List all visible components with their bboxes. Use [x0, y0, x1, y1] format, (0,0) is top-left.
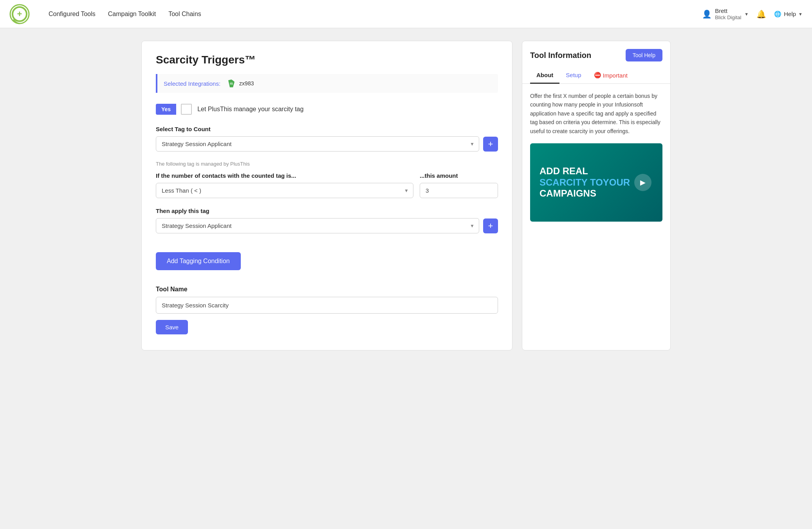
- nav-configured-tools[interactable]: Configured Tools: [49, 11, 96, 18]
- apply-tag-wrapper: Strategy Session Applicant ▼: [156, 218, 479, 233]
- integration-icon-item: IS zx983: [227, 79, 254, 88]
- condition-select-wrapper: Less Than ( < )Greater Than ( > )Equal T…: [156, 183, 413, 198]
- user-org: Blick Digital: [715, 14, 741, 21]
- warning-icon: ⛔: [594, 72, 601, 79]
- integrations-bar: Selected Integrations: IS zx983: [156, 74, 498, 93]
- video-play-button[interactable]: ▶: [634, 174, 651, 191]
- condition-right: ...this amount: [420, 172, 498, 198]
- apply-tag-dropdown[interactable]: Strategy Session Applicant: [156, 218, 479, 233]
- svg-text:IS: IS: [230, 82, 233, 85]
- page-content: Scarcity Triggers™ Selected Integrations…: [132, 28, 680, 363]
- tool-name-label: Tool Name: [156, 286, 498, 293]
- help-chevron-icon: ▼: [798, 12, 803, 16]
- sidebar-description: Offer the first X number of people a cer…: [530, 92, 662, 135]
- user-icon: 👤: [702, 9, 712, 19]
- tool-help-button[interactable]: Tool Help: [626, 49, 662, 61]
- select-tag-row: Strategy Session Applicant ▼ +: [156, 136, 498, 152]
- helper-text: The following tag is managed by PlusThis: [156, 161, 498, 167]
- add-tag-button[interactable]: +: [483, 137, 498, 152]
- apply-tag-row: Strategy Session Applicant ▼ +: [156, 218, 498, 233]
- sidebar-body: Offer the first X number of people a cer…: [522, 84, 670, 229]
- add-apply-tag-button[interactable]: +: [483, 218, 498, 233]
- toggle-yes-button[interactable]: Yes: [156, 104, 176, 115]
- user-chevron-icon: ▼: [744, 12, 749, 16]
- logo[interactable]: +: [9, 4, 30, 24]
- tool-name-input[interactable]: [156, 297, 498, 314]
- sidebar-header: Tool Information Tool Help: [522, 41, 670, 61]
- sidebar-title: Tool Information: [530, 51, 591, 60]
- toggle-row: Yes Let PlusThis manage your scarcity ta…: [156, 104, 498, 115]
- user-name: Brett: [715, 7, 741, 14]
- navbar-right: 👤 Brett Blick Digital ▼ 🔔 🌐 Help ▼: [702, 7, 803, 21]
- tool-name-section: Tool Name Save: [156, 286, 498, 334]
- condition-left: If the number of contacts with the count…: [156, 172, 413, 198]
- navbar: + Configured Tools Campaign Toolkit Tool…: [0, 0, 812, 28]
- nav-links: Configured Tools Campaign Toolkit Tool C…: [49, 11, 689, 18]
- apply-tag-label: Then apply this tag: [156, 208, 498, 214]
- notifications-bell-icon[interactable]: 🔔: [756, 9, 766, 19]
- video-line1: ADD REAL: [540, 166, 653, 177]
- tab-important[interactable]: ⛔ Important: [588, 68, 634, 84]
- select-tag-label: Select Tag to Count: [156, 126, 498, 132]
- svg-text:+: +: [17, 9, 22, 19]
- user-info: Brett Blick Digital: [715, 7, 741, 21]
- nav-campaign-toolkit[interactable]: Campaign Toolkit: [108, 11, 156, 18]
- video-line3: CAMPAIGNS: [540, 188, 653, 199]
- integration-id: zx983: [239, 80, 254, 87]
- condition-row: If the number of contacts with the count…: [156, 172, 498, 198]
- globe-icon: 🌐: [774, 11, 781, 18]
- toggle-slider[interactable]: [181, 104, 192, 115]
- tab-setup[interactable]: Setup: [559, 68, 587, 84]
- toggle-description: Let PlusThis manage your scarcity tag: [197, 106, 303, 113]
- add-tagging-condition-button[interactable]: Add Tagging Condition: [156, 252, 241, 270]
- infusionsoft-icon: IS: [227, 79, 236, 88]
- video-thumbnail[interactable]: ADD REAL SCARCITY TOYOUR CAMPAIGNS ▶: [530, 143, 662, 222]
- sidebar-card: Tool Information Tool Help About Setup ⛔…: [522, 41, 671, 350]
- integrations-label: Selected Integrations:: [164, 80, 220, 87]
- user-menu[interactable]: 👤 Brett Blick Digital ▼: [702, 7, 749, 21]
- tab-about[interactable]: About: [530, 68, 559, 84]
- apply-tag-section: Then apply this tag Strategy Session App…: [156, 208, 498, 233]
- main-card: Scarcity Triggers™ Selected Integrations…: [141, 41, 512, 350]
- select-tag-dropdown[interactable]: Strategy Session Applicant: [156, 136, 479, 152]
- help-label: Help: [784, 11, 796, 17]
- sidebar-tabs: About Setup ⛔ Important: [522, 68, 670, 84]
- select-tag-section: Select Tag to Count Strategy Session App…: [156, 126, 498, 152]
- help-menu[interactable]: 🌐 Help ▼: [774, 11, 803, 18]
- condition-dropdown[interactable]: Less Than ( < )Greater Than ( > )Equal T…: [156, 183, 413, 198]
- page-title: Scarcity Triggers™: [156, 54, 498, 66]
- nav-tool-chains[interactable]: Tool Chains: [168, 11, 201, 18]
- amount-label: ...this amount: [420, 172, 498, 179]
- save-button[interactable]: Save: [156, 320, 188, 334]
- select-tag-wrapper: Strategy Session Applicant ▼: [156, 136, 479, 152]
- amount-input[interactable]: [420, 183, 498, 198]
- condition-label: If the number of contacts with the count…: [156, 172, 413, 179]
